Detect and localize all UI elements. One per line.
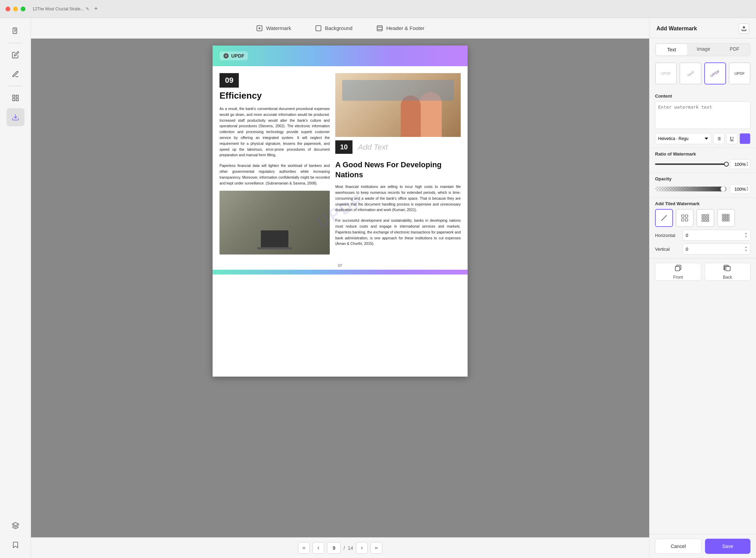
- ratio-slider-row: 100% ▲ ▼: [655, 159, 750, 169]
- pdf-header-bar: UPDF: [213, 46, 468, 66]
- list-style-button[interactable]: [713, 133, 724, 144]
- tab-image[interactable]: Image: [688, 43, 719, 56]
- page-separator: /: [344, 545, 345, 551]
- vertical-up[interactable]: ▲: [745, 246, 747, 249]
- opacity-decrement[interactable]: ▼: [746, 189, 749, 192]
- font-family-select[interactable]: Helvetica · Regu: [655, 133, 711, 144]
- minimize-button[interactable]: [13, 7, 18, 11]
- sidebar-divider-1: [9, 43, 22, 43]
- pdf-body-text-1: As a result, the bank's conventional doc…: [219, 106, 330, 158]
- page-prev-button[interactable]: [313, 542, 324, 554]
- svg-rect-25: [705, 215, 706, 216]
- tab-text[interactable]: Text: [656, 44, 687, 55]
- back-button[interactable]: Back: [705, 263, 751, 281]
- save-button[interactable]: Save: [705, 539, 751, 554]
- panel-export-button[interactable]: [739, 23, 749, 34]
- sidebar-item-edit[interactable]: [7, 46, 24, 64]
- tiled-large-button[interactable]: [717, 209, 735, 227]
- page-next-button[interactable]: [356, 542, 368, 554]
- svg-rect-0: [13, 28, 17, 34]
- svg-rect-32: [707, 220, 709, 221]
- toolbar-background[interactable]: Background: [310, 22, 357, 34]
- vertical-row: Vertical 0 ▲ ▼: [655, 243, 750, 255]
- front-label: Front: [673, 275, 683, 280]
- maximize-button[interactable]: [21, 7, 25, 11]
- content-label: Content: [655, 93, 750, 99]
- pdf-figure-people: [335, 73, 461, 137]
- ratio-slider-fill: [655, 163, 726, 165]
- underline-button[interactable]: U: [726, 133, 737, 144]
- style-preview-1[interactable]: UPDF: [655, 62, 677, 84]
- front-back-row: Front Back: [650, 258, 756, 285]
- tiled-options: [655, 209, 750, 227]
- svg-rect-38: [724, 216, 726, 218]
- edit-title-icon[interactable]: ✎: [86, 7, 89, 11]
- svg-rect-36: [728, 214, 729, 216]
- tiled-none-button[interactable]: [655, 209, 673, 227]
- svg-rect-3: [12, 99, 14, 101]
- horizontal-up[interactable]: ▲: [745, 232, 747, 235]
- new-tab-button[interactable]: +: [92, 5, 100, 13]
- viewer-area[interactable]: UPDF 09 Efficiency As a result, the bank…: [31, 39, 649, 537]
- toolbar-watermark[interactable]: Watermark: [251, 22, 296, 34]
- ratio-section: Ratio of Watermark 100% ▲ ▼: [650, 148, 756, 173]
- add-text-label: Add Text: [358, 143, 388, 152]
- style-preview-3[interactable]: UPDF: [704, 62, 726, 84]
- opacity-slider-thumb[interactable]: [720, 187, 726, 191]
- svg-rect-44: [728, 218, 729, 219]
- tiled-medium-button[interactable]: [696, 209, 714, 227]
- page-current-input[interactable]: 9: [327, 542, 341, 554]
- svg-rect-48: [728, 220, 729, 221]
- svg-rect-45: [722, 220, 724, 221]
- sidebar-item-bookmark[interactable]: [7, 536, 24, 554]
- svg-rect-20: [682, 215, 684, 217]
- style-preview-2[interactable]: updf: [680, 62, 701, 84]
- close-button[interactable]: [6, 7, 10, 11]
- tiled-section: Add Tiled Watermark: [650, 198, 756, 258]
- horizontal-input[interactable]: 0 ▲ ▼: [683, 230, 750, 241]
- chapter-title: Efficiency: [219, 90, 330, 101]
- svg-rect-27: [702, 217, 704, 219]
- svg-rect-26: [707, 215, 709, 216]
- toolbar-header-footer[interactable]: Header & Footer: [371, 22, 429, 34]
- pdf-right-column: 10 Add Text A Good News For Developing N…: [335, 73, 461, 255]
- sidebar-item-annotate[interactable]: [7, 65, 24, 83]
- svg-rect-47: [726, 220, 727, 221]
- content-section: Content Helvetica · Regu U: [650, 90, 756, 148]
- sidebar-item-convert[interactable]: [7, 108, 24, 126]
- svg-rect-8: [316, 26, 321, 31]
- opacity-slider-track[interactable]: [655, 187, 726, 191]
- page-last-button[interactable]: [370, 542, 382, 554]
- front-button[interactable]: Front: [655, 263, 701, 281]
- left-sidebar: [0, 18, 31, 558]
- chapter-number-2: 10: [340, 143, 348, 151]
- svg-rect-4: [16, 99, 18, 101]
- back-icon: [724, 264, 731, 273]
- pdf-logo: UPDF: [219, 51, 248, 60]
- ratio-decrement[interactable]: ▼: [746, 164, 749, 167]
- svg-rect-24: [702, 215, 704, 216]
- horizontal-down[interactable]: ▼: [745, 235, 747, 239]
- ratio-slider-thumb[interactable]: [724, 162, 729, 167]
- tab-pdf[interactable]: PDF: [719, 43, 750, 56]
- watermark-icon: [256, 24, 263, 32]
- color-picker-button[interactable]: [739, 133, 750, 144]
- cancel-button[interactable]: Cancel: [655, 539, 702, 554]
- panel-actions: Cancel Save: [650, 534, 756, 558]
- content-textarea[interactable]: [655, 101, 750, 129]
- sidebar-item-organize[interactable]: [7, 89, 24, 107]
- font-family-label: Helvetica · Regu: [658, 136, 688, 141]
- tiled-small-button[interactable]: [676, 209, 694, 227]
- sidebar-item-layers[interactable]: [7, 517, 24, 535]
- titlebar: 12The Most Crucial Strate... ✎ +: [0, 0, 756, 18]
- sidebar-item-document[interactable]: [7, 22, 24, 40]
- page-first-button[interactable]: [298, 542, 310, 554]
- tab-title-text: 12The Most Crucial Strate...: [32, 7, 84, 11]
- vertical-input[interactable]: 0 ▲ ▼: [683, 243, 750, 255]
- svg-rect-49: [675, 266, 680, 271]
- ratio-slider-track[interactable]: [655, 163, 726, 165]
- toolbar-watermark-label: Watermark: [266, 25, 291, 31]
- vertical-down[interactable]: ▼: [745, 249, 747, 252]
- style-preview-4[interactable]: UPDF: [729, 62, 750, 84]
- sidebar-bottom: [7, 517, 24, 554]
